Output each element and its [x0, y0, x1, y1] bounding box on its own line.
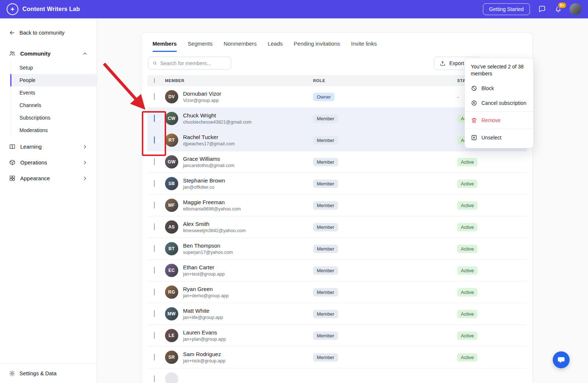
row-checkbox[interactable]: [154, 354, 155, 361]
user-avatar[interactable]: [570, 3, 581, 15]
member-name: Grace Williams: [183, 156, 234, 162]
member-email: jan@offkilter.co: [183, 185, 225, 190]
row-checkbox[interactable]: [154, 332, 155, 339]
table-row[interactable]: SR Sam Rodriguez jan+nick@group.app Memb…: [147, 347, 527, 368]
selection-actions-popup: You've selected 2 of 38 members Block Ca…: [465, 58, 534, 148]
chevron-right-icon: [82, 175, 88, 181]
table-row[interactable]: RG Ryan Green jan+demo@group.app Member …: [147, 281, 527, 303]
member-email: jan+plan@group.app: [183, 337, 226, 342]
sidebar-item-subscriptions[interactable]: Subscriptions: [11, 111, 97, 124]
cancel-circle-icon: [471, 100, 477, 106]
popup-item-cancel-subscription[interactable]: Cancel subscription: [465, 96, 533, 110]
tab-nonmembers[interactable]: Nonmembers: [223, 40, 257, 52]
role-badge: Member: [313, 331, 338, 340]
select-all-checkbox[interactable]: [154, 78, 155, 83]
sidebar-item-events[interactable]: Events: [11, 86, 97, 99]
sidebar-item-moderations[interactable]: Moderations: [11, 124, 97, 136]
row-checkbox[interactable]: [154, 223, 155, 230]
status-badge: Active: [457, 310, 477, 318]
search-icon: [153, 60, 157, 66]
getting-started-button[interactable]: Getting Started: [483, 3, 530, 15]
sidebar-section-learning[interactable]: Learning: [0, 139, 97, 155]
tab-segments[interactable]: Segments: [188, 40, 213, 52]
star-icon: [10, 6, 15, 12]
popup-item-label: Block: [481, 85, 494, 91]
member-avatar: MW: [165, 307, 178, 320]
row-checkbox[interactable]: [154, 180, 155, 187]
row-checkbox[interactable]: [154, 245, 155, 252]
sidebar-section-operations[interactable]: Operations: [0, 155, 97, 170]
chevron-up-icon: [82, 51, 88, 57]
table-row[interactable]: GW Grace Williams jancandothis@gmail.com…: [147, 151, 527, 173]
sidebar-item-channels[interactable]: Channels: [11, 99, 97, 111]
role-badge: Member: [313, 136, 338, 145]
table-row[interactable]: AS Alex Smith limesweetjm3842@yahoo.com …: [147, 216, 527, 238]
notifications-button[interactable]: 9+: [554, 5, 562, 13]
role-badge: Member: [313, 266, 338, 275]
status-badge: Active: [457, 180, 477, 188]
member-avatar: MF: [165, 199, 178, 212]
tab-leads[interactable]: Leads: [268, 40, 283, 52]
popup-item-label: Remove: [481, 117, 501, 123]
member-name: Ben Thompson: [183, 242, 233, 249]
settings-and-data-link[interactable]: Settings & Data: [0, 364, 97, 383]
member-name: Matt White: [183, 308, 223, 314]
member-avatar: RG: [165, 286, 178, 299]
row-checkbox[interactable]: [154, 202, 155, 209]
sidebar-item-label: Setup: [19, 65, 33, 71]
gear-icon: [9, 370, 15, 377]
sidebar-item-label: Events: [19, 90, 35, 96]
role-badge: Member: [313, 245, 338, 253]
row-checkbox[interactable]: [154, 136, 155, 143]
export-icon: [440, 60, 446, 67]
popup-divider: [465, 111, 533, 112]
community-subitems: SetupPeopleEventsChannelsSubscriptionsMo…: [11, 61, 97, 136]
chat-launcher-button[interactable]: [553, 351, 570, 368]
tab-invite-links[interactable]: Invite links: [351, 40, 377, 52]
table-row[interactable]: EC Ethan Carter jan+test@group.app Membe…: [147, 260, 527, 281]
row-checkbox[interactable]: [154, 288, 155, 295]
messages-button[interactable]: [538, 5, 546, 13]
role-badge: Owner: [313, 93, 334, 101]
column-header-member: MEMBER: [165, 78, 313, 83]
row-checkbox[interactable]: [154, 158, 155, 165]
member-avatar: [165, 372, 178, 383]
trash-icon: [471, 117, 477, 124]
box-icon: [9, 159, 16, 166]
search-input[interactable]: [160, 60, 227, 66]
top-bar: Content Writers Lab Getting Started 9+: [0, 0, 588, 18]
table-row[interactable]: MF Maggie Freeman ellismania9696@yahoo.c…: [147, 195, 527, 216]
status-badge: Active: [457, 245, 477, 253]
member-avatar: RT: [165, 134, 178, 147]
popup-item-block[interactable]: Block: [465, 81, 533, 96]
sidebar-item-people[interactable]: People: [11, 74, 97, 86]
back-to-community-link[interactable]: Back to community: [0, 18, 97, 40]
community-label: Community: [20, 50, 51, 57]
popup-item-unselect[interactable]: Unselect: [465, 130, 533, 145]
sidebar-section-label: Appearance: [20, 175, 50, 181]
sidebar-section-label: Operations: [20, 159, 47, 166]
table-row[interactable]: LE Lauren Evans jan+plan@group.app Membe…: [147, 325, 527, 347]
sidebar-section-appearance[interactable]: Appearance: [0, 170, 97, 186]
table-row[interactable]: MW Matt White jan+life@group.app Member …: [147, 303, 527, 325]
row-checkbox[interactable]: [154, 310, 155, 317]
sidebar-section-community[interactable]: Community: [0, 46, 97, 61]
table-row[interactable]: [147, 368, 527, 383]
status-badge: Active: [457, 266, 477, 275]
back-label: Back to community: [19, 30, 65, 36]
row-checkbox[interactable]: [154, 115, 155, 122]
sidebar-item-setup[interactable]: Setup: [11, 61, 97, 74]
tab-members[interactable]: Members: [153, 40, 177, 52]
popup-item-remove[interactable]: Remove: [465, 113, 533, 128]
table-row[interactable]: BT Ben Thompson superjan17@yahoo.com Mem…: [147, 238, 527, 260]
chat-icon: [538, 5, 546, 13]
role-badge: Member: [313, 180, 338, 188]
row-checkbox[interactable]: [154, 375, 155, 382]
tab-pending-invitations[interactable]: Pending invitations: [294, 40, 340, 52]
chat-bubble-icon: [557, 356, 565, 364]
app-logo: [7, 3, 18, 15]
table-row[interactable]: SB Stephanie Brown jan@offkilter.co Memb…: [147, 173, 527, 195]
row-checkbox[interactable]: [154, 267, 155, 274]
member-name: Dornubari Vizor: [183, 91, 221, 97]
row-checkbox[interactable]: [154, 93, 155, 100]
